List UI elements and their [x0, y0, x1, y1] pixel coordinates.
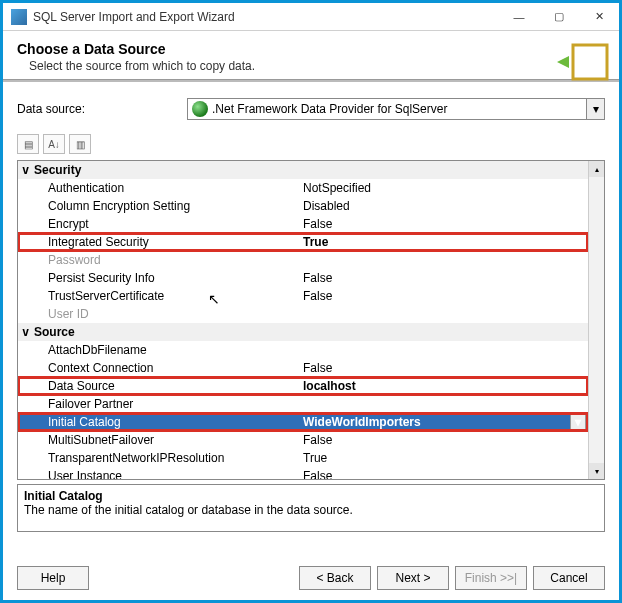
prop-integrated-security[interactable]: Integrated SecurityTrue — [18, 233, 588, 251]
prop-authentication[interactable]: AuthenticationNotSpecified — [18, 179, 588, 197]
prop-user-instance[interactable]: User InstanceFalse — [18, 467, 588, 479]
data-source-row: Data source: .Net Framework Data Provide… — [3, 82, 619, 130]
provider-icon — [192, 101, 208, 117]
property-pages-button[interactable]: ▥ — [69, 134, 91, 154]
app-icon — [11, 9, 27, 25]
collapse-icon[interactable]: v — [22, 163, 34, 177]
cancel-button[interactable]: Cancel — [533, 566, 605, 590]
description-text: The name of the initial catalog or datab… — [24, 503, 598, 517]
titlebar: SQL Server Import and Export Wizard — ▢ … — [3, 3, 619, 31]
prop-column-encryption[interactable]: Column Encryption SettingDisabled — [18, 197, 588, 215]
categorized-view-button[interactable]: ▤ — [17, 134, 39, 154]
prop-password[interactable]: Password — [18, 251, 588, 269]
vertical-scrollbar[interactable]: ▴ ▾ — [588, 161, 604, 479]
prop-encrypt[interactable]: EncryptFalse — [18, 215, 588, 233]
category-source[interactable]: v Source — [18, 323, 588, 341]
alphabetical-view-button[interactable]: A↓ — [43, 134, 65, 154]
minimize-button[interactable]: — — [499, 5, 539, 29]
chevron-down-icon[interactable]: ▾ — [586, 99, 604, 119]
wizard-graphic-icon — [555, 37, 613, 87]
svg-rect-0 — [573, 45, 607, 79]
scroll-up-button[interactable]: ▴ — [589, 161, 604, 177]
property-grid-toolbar: ▤ A↓ ▥ — [3, 130, 619, 158]
category-security[interactable]: v Security — [18, 161, 588, 179]
page-subtitle: Select the source from which to copy dat… — [29, 59, 605, 73]
prop-data-source[interactable]: Data Sourcelocalhost — [18, 377, 588, 395]
help-button[interactable]: Help — [17, 566, 89, 590]
prop-persist-security-info[interactable]: Persist Security InfoFalse — [18, 269, 588, 287]
wizard-header: Choose a Data Source Select the source f… — [3, 31, 619, 79]
window-title: SQL Server Import and Export Wizard — [33, 10, 499, 24]
prop-multi-subnet-failover[interactable]: MultiSubnetFailoverFalse — [18, 431, 588, 449]
data-source-value: .Net Framework Data Provider for SqlServ… — [212, 102, 586, 116]
prop-attach-db-filename[interactable]: AttachDbFilename — [18, 341, 588, 359]
maximize-button[interactable]: ▢ — [539, 5, 579, 29]
description-title: Initial Catalog — [24, 489, 598, 503]
finish-button: Finish >>| — [455, 566, 527, 590]
prop-user-id[interactable]: User ID — [18, 305, 588, 323]
chevron-down-icon[interactable]: ▾ — [570, 414, 586, 430]
back-button[interactable]: < Back — [299, 566, 371, 590]
prop-trust-server-certificate[interactable]: TrustServerCertificateFalse — [18, 287, 588, 305]
collapse-icon[interactable]: v — [22, 325, 34, 339]
data-source-label: Data source: — [17, 102, 187, 116]
scroll-down-button[interactable]: ▾ — [589, 463, 604, 479]
prop-failover-partner[interactable]: Failover Partner — [18, 395, 588, 413]
wizard-button-bar: Help < Back Next > Finish >>| Cancel — [3, 566, 619, 590]
svg-marker-1 — [557, 56, 569, 68]
prop-initial-catalog[interactable]: Initial CatalogWideWorldImporters▾ — [18, 413, 588, 431]
property-description: Initial Catalog The name of the initial … — [17, 484, 605, 532]
data-source-dropdown[interactable]: .Net Framework Data Provider for SqlServ… — [187, 98, 605, 120]
property-grid[interactable]: v Security AuthenticationNotSpecified Co… — [17, 160, 605, 480]
prop-transparent-network-ip-resolution[interactable]: TransparentNetworkIPResolutionTrue — [18, 449, 588, 467]
page-title: Choose a Data Source — [17, 41, 605, 57]
close-button[interactable]: ✕ — [579, 5, 619, 29]
prop-context-connection[interactable]: Context ConnectionFalse — [18, 359, 588, 377]
next-button[interactable]: Next > — [377, 566, 449, 590]
